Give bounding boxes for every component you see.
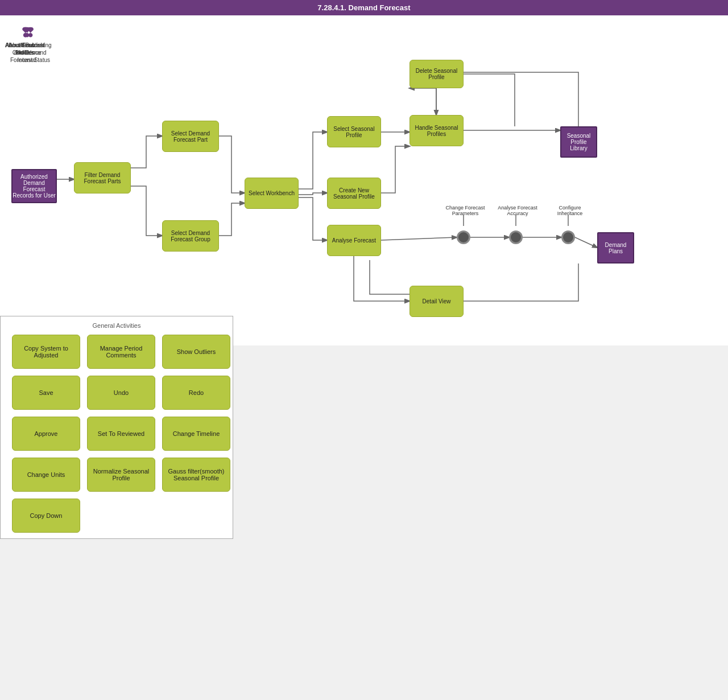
general-activities-grid: Copy System to AdjustedManage Period Com…: [6, 335, 227, 533]
node-filter-demand[interactable]: Filter Demand Forecast Parts: [74, 162, 131, 193]
general-activities-panel: General Activities Copy System to Adjust…: [0, 316, 233, 539]
ga-btn-undo[interactable]: Undo: [87, 376, 155, 410]
gateway-label-gw-configure: Configure Inheritance: [550, 205, 590, 216]
node-create-new-seasonal[interactable]: Create New Seasonal Profile: [327, 178, 381, 209]
node-authorized-demand[interactable]: Authorized Demand Forecast Records for U…: [11, 169, 57, 203]
node-delete-seasonal[interactable]: Delete Seasonal Profile: [410, 60, 464, 88]
node-select-forecast-part[interactable]: Select Demand Forecast Part: [162, 121, 219, 152]
node-detail-view[interactable]: Detail View: [410, 286, 464, 317]
ga-btn-change-timeline[interactable]: Change Timeline: [162, 417, 230, 451]
node-handle-seasonal[interactable]: Handle Seasonal Profiles: [410, 115, 464, 146]
ga-btn-redo[interactable]: Redo: [162, 376, 230, 410]
node-demand-plans[interactable]: Demand Plans: [597, 232, 634, 263]
ga-btn-gauss-filter[interactable]: Gauss filter(smooth) Seasonal Profile: [162, 458, 230, 492]
ga-btn-copy-system[interactable]: Copy System to Adjusted: [12, 335, 80, 369]
gateway-label-gw-change-forecast: Change Forecast Parameters: [445, 205, 485, 216]
node-seasonal-profile-library[interactable]: Seasonal Profile Library: [560, 126, 597, 158]
ga-btn-copy-down[interactable]: Copy Down: [12, 499, 80, 533]
ga-btn-approve[interactable]: Approve: [12, 417, 80, 451]
ga-btn-show-outliers[interactable]: Show Outliers: [162, 335, 230, 369]
gateway-gw-change-forecast[interactable]: [457, 230, 470, 244]
ga-btn-manage-period[interactable]: Manage Period Comments: [87, 335, 155, 369]
svg-line-6: [575, 237, 597, 248]
ga-btn-set-reviewed[interactable]: Set To Reviewed: [87, 417, 155, 451]
gateway-label-gw-analyse-accuracy: Analyse Forecast Accuracy: [498, 205, 537, 216]
ga-btn-normalize-seasonal[interactable]: Normalize Seasonal Profile: [87, 458, 155, 492]
diagram-area: ❢ About Publishing and Demand Forecast S…: [0, 15, 728, 345]
node-select-workbench[interactable]: Select Workbench: [245, 178, 299, 209]
gateway-gw-analyse-accuracy[interactable]: [509, 230, 523, 244]
ga-btn-change-units[interactable]: Change Units: [12, 458, 80, 492]
node-select-forecast-group[interactable]: Select Demand Forecast Group: [162, 220, 219, 252]
ga-btn-save[interactable]: Save: [12, 376, 80, 410]
node-analyse-forecast[interactable]: Analyse Forecast: [327, 225, 381, 256]
node-select-seasonal-profile[interactable]: Select Seasonal Profile: [327, 116, 381, 147]
page-title: 7.28.4.1. Demand Forecast: [0, 0, 728, 15]
info-about-seasonal-profiles[interactable]: ❢ About Seasonal Profiles: [5, 27, 46, 56]
gateway-gw-configure[interactable]: [561, 230, 575, 244]
general-activities-title: General Activities: [6, 322, 227, 329]
svg-line-3: [381, 237, 457, 240]
